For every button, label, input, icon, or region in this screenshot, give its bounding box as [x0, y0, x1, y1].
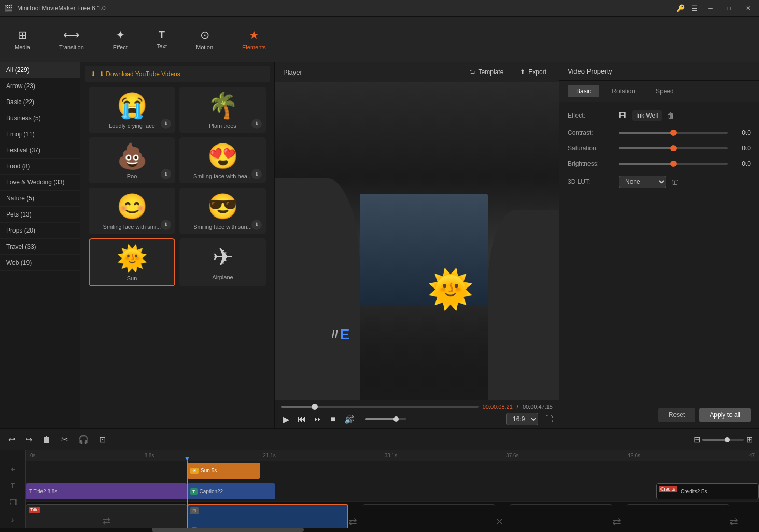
download-btn-crying[interactable]: ⬇: [161, 119, 171, 129]
stop-button[interactable]: ■: [329, 413, 338, 425]
volume-bar[interactable]: [365, 418, 406, 420]
export-button[interactable]: ⬆ Export: [516, 66, 551, 78]
titlebar-menu-icon[interactable]: ☰: [691, 4, 698, 12]
sun-clip[interactable]: ☀ Sun 5s: [187, 463, 260, 479]
category-festival[interactable]: Festival (37): [0, 142, 80, 159]
zoom-in-button[interactable]: ⊞: [746, 435, 753, 444]
track-video-icon: 🎞: [9, 498, 17, 507]
brightness-fill: [619, 163, 673, 165]
category-all[interactable]: All (229): [0, 62, 80, 78]
download-btn-smile[interactable]: ⬇: [161, 220, 171, 230]
category-love-wedding[interactable]: Love & Wedding (33): [0, 175, 80, 191]
prev-frame-button[interactable]: ⏮: [296, 413, 308, 425]
tab-basic[interactable]: Basic: [568, 85, 599, 97]
maximize-button[interactable]: □: [723, 3, 735, 14]
category-travel[interactable]: Travel (33): [0, 239, 80, 255]
transition-icon-1[interactable]: ⇄: [348, 515, 357, 527]
video-clip-4[interactable]: [627, 504, 729, 528]
title2-clip[interactable]: T Title2 8.8s: [26, 483, 187, 499]
minimize-button[interactable]: ─: [704, 3, 717, 14]
video-title-clip[interactable]: Title ⇄: [26, 504, 187, 528]
add-track2-icon[interactable]: +: [10, 465, 15, 473]
smiling-smile-name: Smiling face with smi...: [103, 224, 161, 230]
download-bar[interactable]: ⬇ ⬇ Download YouTube Videos: [85, 66, 270, 82]
volume-icon[interactable]: 🔊: [342, 413, 357, 425]
next-frame-button[interactable]: ⏭: [312, 413, 325, 425]
element-smiling-sun[interactable]: 😎 Smiling face with sun... ⬇: [179, 188, 266, 234]
transition-icon-4[interactable]: ⇄: [729, 515, 738, 527]
aspect-ratio-select[interactable]: 16:9 4:3 1:1 9:16: [506, 413, 538, 425]
effect-delete-button[interactable]: 🗑: [666, 110, 676, 121]
element-airplane[interactable]: ✈ Airplane: [179, 238, 266, 287]
plam-trees-name: Plam trees: [209, 123, 236, 129]
element-smiling-smile[interactable]: 😊 Smiling face with smi... ⬇: [89, 188, 175, 234]
track1-icon[interactable]: T: [11, 482, 15, 490]
undo-button[interactable]: ↩: [6, 433, 17, 447]
tab-speed[interactable]: Speed: [648, 85, 682, 97]
zoom-out-button[interactable]: ⊟: [694, 435, 700, 444]
element-loudly-crying[interactable]: 😭 Loudly crying face ⬇: [89, 87, 175, 133]
apply-all-button[interactable]: Apply to all: [699, 408, 751, 422]
play-button[interactable]: ▶: [281, 413, 291, 425]
redo-button[interactable]: ↪: [23, 433, 34, 447]
main-video-clip[interactable]: ⊞ ✕: [187, 504, 348, 528]
category-web[interactable]: Web (19): [0, 255, 80, 271]
timeline-scrollbar[interactable]: [0, 528, 759, 532]
category-props[interactable]: Props (20): [0, 223, 80, 239]
close-button[interactable]: ✕: [741, 3, 755, 14]
contrast-value: 0.0: [732, 129, 751, 136]
category-food[interactable]: Food (8): [0, 159, 80, 175]
crop-button[interactable]: ⊡: [97, 433, 108, 447]
progress-bar[interactable]: [281, 406, 479, 408]
template-button[interactable]: 🗂 Template: [465, 66, 508, 78]
zoom-slider[interactable]: [702, 439, 744, 441]
timeline-zoom: ⊟ ⊞: [694, 435, 753, 444]
toolbar-text[interactable]: T Text: [150, 26, 173, 52]
brightness-slider[interactable]: [619, 163, 728, 165]
scrollbar-thumb: [152, 528, 304, 532]
lut-select[interactable]: None Vivid Cinematic: [619, 176, 666, 188]
delete-clip-button[interactable]: 🗑: [40, 433, 53, 447]
element-sun[interactable]: 🌞 Sun: [89, 238, 175, 287]
toolbar-elements[interactable]: ★ Elements: [236, 25, 272, 53]
category-pets[interactable]: Pets (13): [0, 207, 80, 223]
video-clip-3[interactable]: [510, 504, 612, 528]
toolbar-media[interactable]: ⊞ Media: [8, 25, 36, 53]
download-btn-trees[interactable]: ⬇: [251, 119, 262, 129]
credits2-clip[interactable]: Credits Credits2 5s: [656, 483, 759, 499]
category-nature[interactable]: Nature (5): [0, 191, 80, 207]
sun-badge: ☀: [190, 468, 199, 474]
transition-icon-2[interactable]: ⤫: [495, 515, 504, 527]
smiling-smile-emoji: 😊: [117, 192, 148, 222]
element-plam-trees[interactable]: 🌴 Plam trees ⬇: [179, 87, 266, 133]
download-btn-heart[interactable]: ⬇: [251, 169, 262, 179]
zoom-fill: [702, 439, 727, 441]
download-btn-poo[interactable]: ⬇: [161, 169, 171, 179]
tab-rotation[interactable]: Rotation: [603, 85, 643, 97]
category-business[interactable]: Business (5): [0, 110, 80, 126]
brightness-value: 0.0: [732, 160, 751, 167]
fullscreen-button[interactable]: ⛶: [545, 415, 553, 423]
plam-trees-emoji: 🌴: [207, 91, 238, 121]
titlebar-key-icon[interactable]: 🔑: [676, 4, 685, 12]
toolbar-motion[interactable]: ⊙ Motion: [190, 25, 219, 53]
category-emoji[interactable]: Emoji (11): [0, 126, 80, 142]
element-poo[interactable]: 💩 Poo ⬇: [89, 137, 175, 184]
toolbar-effect[interactable]: ✦ Effect: [107, 25, 134, 53]
category-basic[interactable]: Basic (22): [0, 94, 80, 110]
cut-button[interactable]: ✂: [59, 433, 70, 447]
lut-delete-button[interactable]: 🗑: [670, 177, 680, 187]
element-smiling-heart[interactable]: 😍 Smiling face with hea... ⬇: [179, 137, 266, 184]
caption22-clip[interactable]: T Caption22: [187, 483, 275, 499]
saturation-slider[interactable]: [619, 147, 728, 149]
credits2-label: Credits2 5s: [681, 488, 707, 494]
video-clip-2[interactable]: 2X: [363, 504, 495, 528]
download-btn-sun-smile[interactable]: ⬇: [251, 220, 262, 230]
toolbar-transition[interactable]: ⟷ Transition: [53, 25, 90, 53]
contrast-slider[interactable]: [619, 132, 728, 134]
reset-button[interactable]: Reset: [658, 408, 695, 422]
detach-button[interactable]: 🎧: [76, 433, 91, 447]
transition-icon-3[interactable]: ⇄: [612, 515, 621, 527]
category-arrow[interactable]: Arrow (23): [0, 78, 80, 94]
volume-fill: [365, 418, 396, 420]
